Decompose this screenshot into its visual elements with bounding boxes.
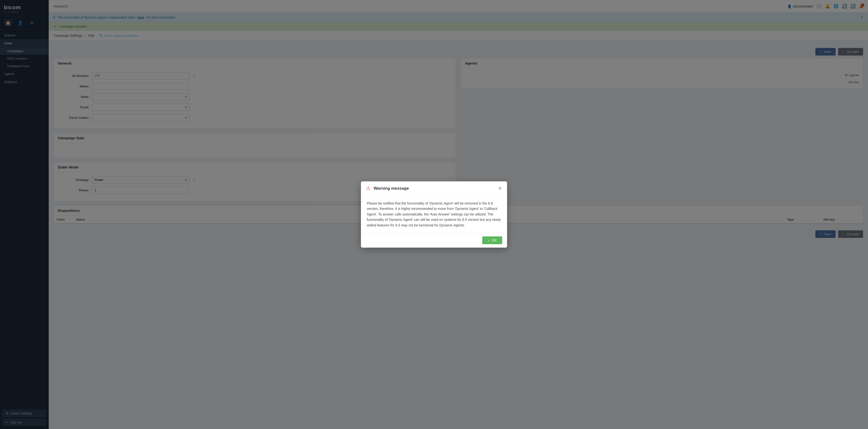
modal-overlay[interactable]: ⚠ Warning message ✕ Please be notified t… xyxy=(0,0,868,429)
modal-ok-check-icon: ✓ xyxy=(488,238,491,242)
modal-warning-icon: ⚠ xyxy=(366,185,371,192)
modal-header: ⚠ Warning message ✕ xyxy=(361,182,507,196)
modal-ok-label: OK xyxy=(492,238,497,242)
modal-footer: ✓ OK xyxy=(361,233,507,248)
modal-close-button[interactable]: ✕ xyxy=(496,185,503,192)
modal-close-icon: ✕ xyxy=(498,186,502,191)
modal-body: Please be notified that the funcionality… xyxy=(361,196,507,233)
modal-title: Warning message xyxy=(374,186,409,191)
warning-modal: ⚠ Warning message ✕ Please be notified t… xyxy=(361,182,507,248)
modal-body-text: Please be notified that the funcionality… xyxy=(367,201,501,228)
modal-ok-button[interactable]: ✓ OK xyxy=(482,236,502,244)
